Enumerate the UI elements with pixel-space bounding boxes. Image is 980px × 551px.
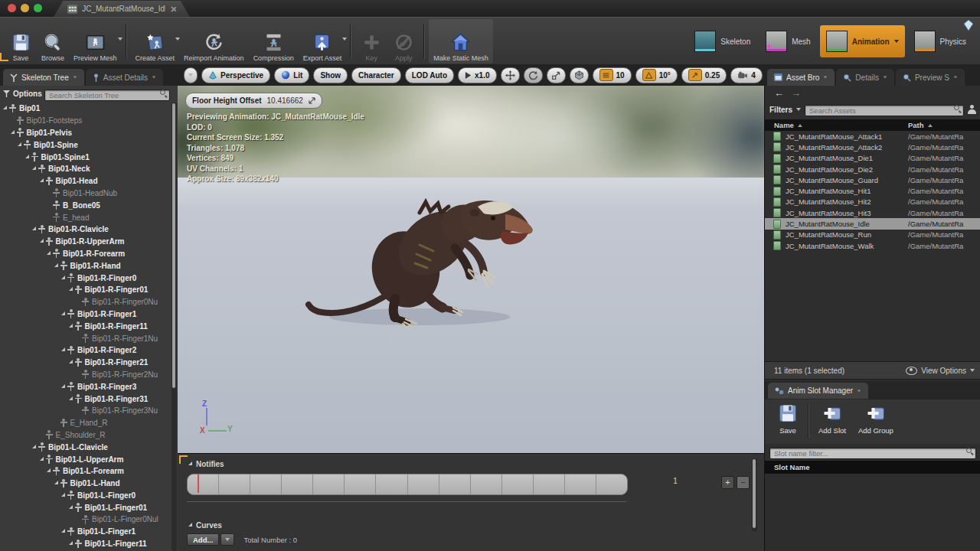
tab-asset-details[interactable]: Asset Details bbox=[86, 69, 163, 86]
asset-row[interactable]: JC_MutantRatMouse_Attack2/Game/MutantRa bbox=[765, 142, 980, 152]
lit-button[interactable]: Lit bbox=[274, 67, 309, 83]
drag-handle-icon[interactable] bbox=[309, 97, 315, 104]
add-group-button[interactable]: Add Group bbox=[852, 403, 900, 435]
chevron-down-icon[interactable] bbox=[118, 37, 122, 41]
asset-row[interactable]: JC_MutantRatMouse_Idle/Game/MutantRa bbox=[765, 218, 980, 229]
skeleton-tree-row[interactable]: Bip01-Footsteps bbox=[0, 115, 170, 127]
skeleton-tree-row[interactable]: E_head bbox=[0, 211, 170, 223]
chevron-down-icon[interactable] bbox=[894, 40, 899, 43]
skeleton-tree-row[interactable]: Bip01-L-Finger0 bbox=[0, 490, 170, 502]
expand-arrow-icon[interactable] bbox=[69, 541, 73, 545]
scrollbar-thumb[interactable] bbox=[172, 103, 175, 388]
notify-track-segment[interactable] bbox=[282, 474, 313, 494]
skeleton-tree-row[interactable]: Bip01-R-Finger3Nu bbox=[0, 405, 170, 417]
lod-auto-button[interactable]: LOD Auto bbox=[405, 67, 454, 83]
browse-button[interactable]: Browse bbox=[37, 19, 69, 64]
expand-arrow-icon[interactable] bbox=[61, 311, 65, 315]
expand-arrow-icon[interactable] bbox=[25, 155, 29, 158]
mode-tab-animation[interactable]: Animation bbox=[820, 25, 905, 57]
asset-row[interactable]: JC_MutantRatMouse_Die1/Game/MutantRa bbox=[765, 153, 980, 164]
expand-arrow-icon[interactable] bbox=[40, 178, 44, 182]
asset-row[interactable]: JC_MutantRatMouse_Hit3/Game/MutantRa bbox=[765, 207, 980, 218]
view-options-button[interactable]: View Options bbox=[906, 367, 975, 375]
expand-arrow-icon[interactable] bbox=[32, 445, 36, 448]
skeleton-tree-row[interactable]: Bip01-L-Hand bbox=[0, 478, 170, 490]
asset-row[interactable]: JC_MutantRatMouse_Guard/Game/MutantRa bbox=[765, 174, 980, 185]
preview-mesh-button[interactable]: Preview Mesh bbox=[69, 19, 122, 64]
expand-arrow-icon[interactable] bbox=[69, 287, 73, 291]
expand-arrow-icon[interactable] bbox=[61, 347, 65, 351]
skeleton-tree-row[interactable]: Bip01-HeadNub bbox=[0, 187, 170, 200]
floor-height-offset-control[interactable]: Floor Height Offset 10.416662 bbox=[185, 93, 322, 109]
skeleton-tree-scrollbar[interactable] bbox=[172, 103, 177, 551]
skeleton-tree-row[interactable]: Bip01-Spine bbox=[0, 139, 170, 151]
show-button[interactable]: Show bbox=[313, 67, 348, 83]
make-static-mesh-button[interactable]: Make Static Mesh bbox=[429, 19, 493, 64]
tab-anim-slot-manager[interactable]: Anim Slot Manager bbox=[768, 383, 868, 399]
create-asset-button[interactable]: Create Asset bbox=[131, 19, 180, 64]
expand-arrow-icon[interactable] bbox=[32, 166, 36, 170]
skeleton-tree-search-input[interactable] bbox=[44, 90, 170, 101]
document-tab[interactable]: JC_MutantRatMouse_Idle bbox=[54, 1, 190, 17]
expand-arrow-icon[interactable] bbox=[40, 239, 44, 243]
asset-row[interactable]: JC_MutantRatMouse_Run/Game/MutantRa bbox=[765, 230, 980, 240]
viewport-options-dropdown[interactable] bbox=[184, 67, 198, 83]
notify-track-segment[interactable] bbox=[534, 474, 565, 494]
skeleton-tree-row[interactable]: Bip01-R-Finger31 bbox=[0, 393, 170, 405]
slot-name-filter-input[interactable] bbox=[769, 448, 976, 459]
skeleton-tree-row[interactable]: B_Bone05 bbox=[0, 199, 170, 211]
filters-label[interactable]: Filters bbox=[769, 106, 792, 114]
rotate-tool-button[interactable] bbox=[524, 67, 543, 83]
skeleton-tree-row[interactable]: Bip01-L-Finger0Nul bbox=[0, 514, 170, 526]
chevron-down-icon[interactable] bbox=[342, 37, 347, 41]
expand-arrow-icon[interactable] bbox=[11, 130, 15, 134]
add-notify-track-button[interactable]: + bbox=[721, 476, 734, 489]
expand-arrow-icon[interactable] bbox=[61, 529, 65, 533]
skeleton-tree-row[interactable]: E_Hand_R bbox=[0, 417, 170, 429]
expand-arrow-icon[interactable] bbox=[3, 106, 7, 109]
skeleton-tree-row[interactable]: Bip01-R-Finger3 bbox=[0, 380, 170, 393]
minimize-traffic-light[interactable] bbox=[21, 4, 29, 12]
coordinate-space-button[interactable] bbox=[570, 67, 589, 83]
notify-track-segment[interactable] bbox=[188, 474, 219, 494]
marketplace-icon[interactable] bbox=[963, 20, 974, 31]
scale-tool-button[interactable] bbox=[547, 67, 566, 83]
curves-section-header[interactable]: Curves bbox=[188, 521, 222, 530]
mode-tab-mesh[interactable]: Mesh bbox=[760, 25, 816, 57]
skeleton-tree-row[interactable]: Bip01-L-Clavicle bbox=[0, 441, 170, 453]
notifies-scrollbar[interactable] bbox=[752, 458, 757, 532]
notify-track-segment[interactable] bbox=[376, 474, 407, 494]
notify-track-segment[interactable] bbox=[565, 474, 596, 494]
notify-track-segment[interactable] bbox=[596, 474, 627, 494]
tab-skeleton-tree[interactable]: Skeleton Tree bbox=[3, 69, 84, 86]
notifies-section-header[interactable]: Notifies bbox=[188, 460, 224, 468]
skeleton-tree-row[interactable]: Bip01-R-UpperArm bbox=[0, 236, 170, 248]
expand-arrow-icon[interactable] bbox=[69, 324, 73, 328]
save-button[interactable]: Save bbox=[5, 19, 37, 64]
scrollbar-thumb[interactable] bbox=[753, 459, 756, 528]
skeleton-tree-row[interactable]: Bip01-R-Finger0Nu bbox=[0, 296, 170, 308]
character-button[interactable]: Character bbox=[351, 67, 401, 83]
skeleton-tree-row[interactable]: Bip01-Spine1 bbox=[0, 151, 170, 163]
notify-track-segment[interactable] bbox=[502, 474, 534, 494]
name-column-header[interactable]: Name bbox=[774, 121, 794, 129]
close-tab-icon[interactable] bbox=[170, 6, 176, 12]
asset-row[interactable]: JC_MutantRatMouse_Attack1/Game/MutantRa bbox=[765, 131, 980, 142]
path-column-header[interactable]: Path bbox=[908, 121, 980, 129]
notify-track-segment[interactable] bbox=[313, 474, 345, 494]
skeleton-tree-row[interactable]: Bip01-R-Clavicle bbox=[0, 223, 170, 236]
compression-button[interactable]: Compression bbox=[249, 19, 299, 64]
notify-track-segment[interactable] bbox=[345, 474, 376, 494]
floor-height-offset-value[interactable]: 10.416662 bbox=[267, 96, 303, 105]
skeleton-tree-row[interactable]: Bip01-Head bbox=[0, 175, 170, 187]
mode-tab-skeleton[interactable]: Skeleton bbox=[688, 25, 756, 57]
skeleton-tree-row[interactable]: Bip01 bbox=[0, 103, 170, 115]
export-asset-button[interactable]: Export Asset bbox=[299, 19, 347, 64]
expand-arrow-icon[interactable] bbox=[61, 276, 65, 279]
skeleton-tree-row[interactable]: Bip01-R-Finger1 bbox=[0, 308, 170, 321]
expand-arrow-icon[interactable] bbox=[61, 384, 65, 388]
skeleton-tree-row[interactable]: Bip01-R-Finger1Nu bbox=[0, 332, 170, 344]
asset-search-input[interactable] bbox=[805, 105, 964, 116]
zoom-traffic-light[interactable] bbox=[34, 4, 42, 12]
skeleton-tree-row[interactable]: Bip01-L-Finger1 bbox=[0, 526, 170, 538]
